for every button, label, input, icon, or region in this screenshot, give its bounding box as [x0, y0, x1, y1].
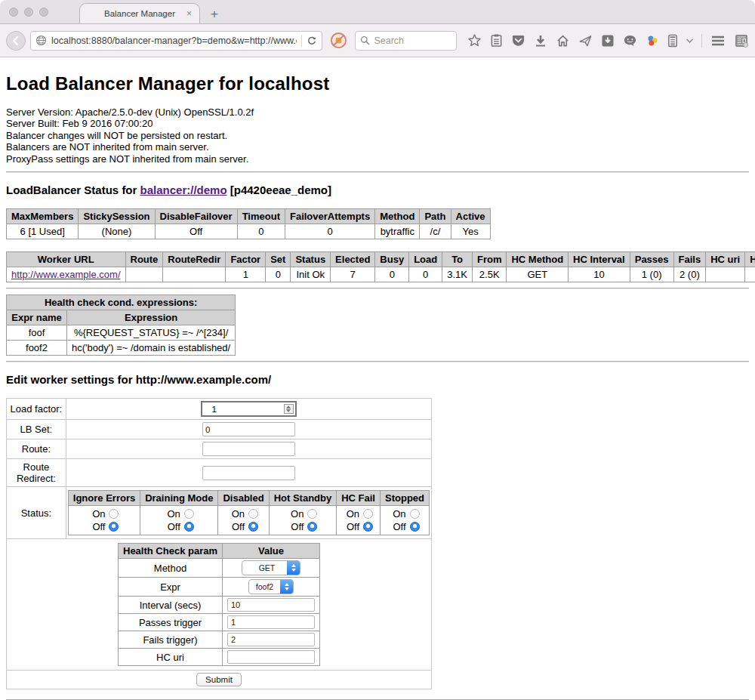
ignore-errors-on-radio[interactable] [109, 509, 119, 519]
tab-title: Balancer Manager [104, 9, 175, 18]
route-input[interactable] [202, 442, 295, 456]
draining-mode-on-radio[interactable] [184, 509, 194, 519]
load-factor-input[interactable] [209, 402, 288, 415]
zoom-window-button[interactable] [39, 8, 48, 17]
stopped-off-radio[interactable] [410, 522, 420, 532]
stopped-on-radio[interactable] [410, 509, 420, 519]
hc-fails-input[interactable] [227, 633, 315, 646]
cell: 2.5K [472, 267, 507, 282]
col-header: HC Fail [337, 491, 381, 506]
hc-expr-select[interactable]: foof2 [248, 579, 294, 594]
number-stepper-icon[interactable] [284, 404, 294, 414]
status-label: Status: [7, 487, 66, 539]
col-header: HC Interval [569, 252, 630, 267]
cell: Yes [451, 224, 490, 239]
col-header: Factor [226, 252, 266, 267]
col-header: DisableFailover [155, 209, 237, 224]
minimize-window-button[interactable] [24, 8, 33, 17]
server-info: Server Version: Apache/2.5.0-dev (Unix) … [6, 106, 749, 165]
pocket-icon[interactable] [511, 34, 525, 48]
dropdown-caret-icon[interactable] [686, 39, 693, 43]
status-stopped-cell: On Off [381, 506, 430, 535]
newspaper-icon[interactable] [734, 33, 749, 48]
route-cell [66, 439, 431, 459]
url-text[interactable]: localhost:8880/balancer-manager?b=demo&w… [51, 35, 297, 46]
lb-set-input[interactable] [202, 422, 295, 436]
battery-extension-icon[interactable] [667, 33, 678, 48]
submit-button[interactable]: Submit [196, 673, 242, 686]
content-blocker-icon[interactable] [330, 32, 347, 49]
health-check-param-table: Health Check param Value Method GET [118, 543, 320, 666]
balancer-demo-link[interactable]: balancer://demo [140, 183, 227, 196]
worker-row: http://www.example.com/ 1 0 Init Ok 7 0 … [7, 267, 755, 282]
col-header: MaxMembers [7, 209, 79, 224]
col-header: Status [291, 252, 331, 267]
new-tab-button[interactable]: + [211, 8, 218, 20]
on-label: On [390, 508, 406, 520]
hc-uri-input[interactable] [227, 650, 315, 664]
off-label: Off [344, 521, 359, 532]
hc-fail-on-radio[interactable] [363, 509, 373, 519]
table-row: foof2 hc('body') =~ /domain is establish… [7, 341, 236, 356]
tab-balancer-manager[interactable]: Balancer Manager × [79, 3, 200, 23]
cell: 3.1K [442, 267, 473, 282]
server-version-line: Server Version: Apache/2.5.0-dev (Unix) … [6, 106, 749, 118]
col-header: Busy [375, 252, 409, 267]
hc-passes-input[interactable] [227, 615, 315, 629]
url-bar[interactable]: localhost:8880/balancer-manager?b=demo&w… [30, 31, 322, 51]
colors-extension-icon[interactable] [646, 34, 659, 48]
worker-url-link[interactable]: http://www.example.com/ [11, 269, 121, 280]
search-input[interactable] [374, 35, 449, 46]
hc-fails-cell [223, 631, 320, 649]
back-button[interactable] [6, 31, 26, 51]
hc-fail-off-radio[interactable] [363, 522, 373, 532]
on-label: On [288, 508, 304, 520]
search-icon [360, 35, 370, 45]
send-icon[interactable] [578, 34, 593, 48]
col-header: HC Expr [745, 252, 755, 267]
bookmark-star-icon[interactable] [467, 33, 482, 48]
route-redirect-input[interactable] [202, 466, 295, 480]
reload-icon[interactable] [307, 35, 317, 46]
hot-standby-on-radio[interactable] [307, 509, 317, 519]
hc-fails-label: Fails trigger) [119, 631, 223, 649]
hot-standby-off-radio[interactable] [307, 522, 317, 532]
chat-smiley-icon[interactable] [623, 34, 637, 48]
load-factor-field-wrap [201, 401, 297, 417]
section-divider [6, 171, 749, 173]
col-header: Elected [331, 252, 375, 267]
menu-icon[interactable] [710, 35, 726, 47]
reading-list-icon[interactable] [490, 33, 503, 48]
status-radio-row: On Off On Off On Off [68, 506, 429, 535]
home-icon[interactable] [556, 34, 570, 48]
hc-interval-input[interactable] [227, 598, 315, 612]
traffic-lights [9, 8, 48, 17]
health-check-expr-table: Health check cond. expressions: Expr nam… [6, 294, 236, 356]
loadbalancer-heading-suffix: [p4420eeae_demo] [227, 183, 331, 196]
col-header: StickySession [79, 209, 155, 224]
load-factor-cell [66, 399, 431, 420]
col-header: Hot Standby [269, 491, 337, 506]
ignore-errors-off-radio[interactable] [109, 522, 119, 532]
cell: 1 (0) [630, 267, 673, 282]
note-persist-line: Balancer changes will NOT be persisted o… [6, 130, 749, 141]
status-options-table: Ignore Errors Draining Mode Disabled Hot… [68, 490, 430, 535]
downloads-icon[interactable] [534, 34, 547, 48]
hc-uri-row: HC uri [119, 649, 320, 666]
hc-method-select[interactable]: GET [242, 560, 300, 575]
table-row: foof %{REQUEST_STATUS} =~ /^[234]/ [7, 325, 236, 341]
search-bar[interactable] [355, 31, 457, 51]
close-window-button[interactable] [9, 8, 18, 17]
tab-close-icon[interactable]: × [186, 8, 192, 19]
submit-cell: Submit [7, 671, 432, 689]
on-label: On [229, 508, 245, 520]
cell: foof2 [745, 267, 755, 282]
hc-passes-label: Passes trigger [119, 614, 223, 631]
disabled-on-radio[interactable] [248, 509, 258, 519]
page-title: Load Balancer Manager for localhost [6, 73, 749, 94]
disabled-off-radio[interactable] [248, 522, 258, 532]
status-hc-fail-cell: On Off [337, 506, 381, 535]
cell [706, 267, 745, 282]
draining-mode-off-radio[interactable] [184, 522, 194, 532]
extension-download-icon[interactable] [601, 34, 615, 48]
